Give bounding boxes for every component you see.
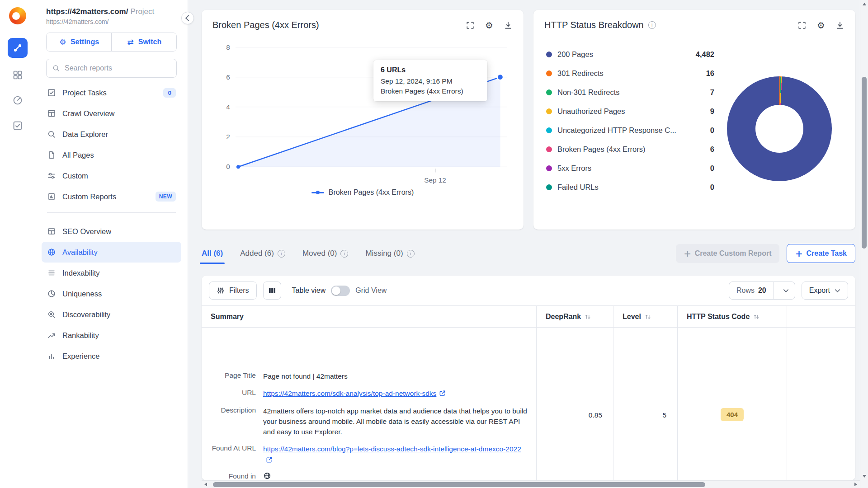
line-chart-area: 02468Sep 12 6 URLs Sep 12, 2024, 9:16 PM… — [202, 35, 524, 202]
app-root: https://42matters.com/Project https://42… — [0, 0, 868, 488]
legend-item-failed-urls[interactable]: Failed URLs0 — [546, 183, 714, 192]
line-chart-legend[interactable]: Broken Pages (4xx Errors) — [212, 188, 513, 202]
legend-label: Failed URLs — [557, 183, 599, 192]
sidebar-item-rankability[interactable]: Rankability — [42, 325, 181, 346]
scroll-up-arrow[interactable] — [863, 3, 866, 5]
sidebar-item-experience[interactable]: Experience — [42, 346, 181, 366]
sidebar-item-data-explorer[interactable]: Data Explorer — [42, 124, 181, 145]
export-button[interactable]: Export — [802, 282, 848, 300]
external-link-icon[interactable] — [439, 390, 446, 397]
expand-icon[interactable] — [797, 21, 807, 30]
project-title-main: https://42matters.com/ — [46, 7, 128, 16]
create-task-button[interactable]: + Create Task — [787, 244, 855, 263]
settings-label: Settings — [71, 38, 99, 46]
legend-dot — [546, 146, 552, 152]
info-icon[interactable]: i — [648, 21, 656, 29]
external-link-icon[interactable] — [266, 456, 273, 463]
new-badge: NEW — [156, 192, 176, 202]
sidebar-item-custom-reports[interactable]: Custom ReportsNEW — [42, 186, 181, 207]
sidebar-item-all-pages[interactable]: All Pages — [42, 145, 181, 165]
switch-arrows-icon: ⇄ — [127, 38, 135, 46]
sidebar-item-custom[interactable]: Custom — [42, 165, 181, 186]
sidebar-item-label: Custom — [62, 172, 88, 180]
vertical-scrollbar[interactable] — [860, 0, 868, 488]
tooltip-value: 6 URLs — [381, 66, 480, 74]
tabs-row: All (6)Added (6)iMoved (0)iMissing (0)i … — [202, 244, 855, 263]
filters-label: Filters — [229, 286, 249, 295]
sidebar-item-availability[interactable]: Availability — [42, 242, 181, 263]
legend-item-200-pages[interactable]: 200 Pages4,482 — [546, 50, 714, 59]
download-icon[interactable] — [504, 21, 513, 30]
project-actions: ⚙ Settings ⇄ Switch — [46, 33, 177, 52]
rail-item-crawler[interactable] — [8, 38, 28, 58]
columns-icon — [268, 286, 277, 295]
field-value-page-title: Page not found | 42matters — [263, 371, 527, 381]
table-row[interactable]: Page TitlePage not found | 42mattersURLh… — [202, 328, 855, 480]
svg-text:2: 2 — [226, 133, 230, 141]
grid-view-label: Grid View — [355, 286, 387, 295]
sidebar-item-discoverability[interactable]: Discoverability — [42, 304, 181, 325]
download-icon[interactable] — [835, 21, 844, 30]
legend-item-5xx-errors[interactable]: 5xx Errors0 — [546, 164, 714, 173]
horizontal-scrollbar-thumb[interactable] — [213, 482, 705, 487]
view-mode-toggle[interactable] — [331, 286, 350, 296]
scroll-right-arrow[interactable] — [854, 483, 857, 486]
tab-added-6[interactable]: Added (6)i — [240, 249, 285, 258]
sidebar-item-indexability[interactable]: Indexability — [42, 263, 181, 283]
sidebar-collapse-button[interactable] — [181, 12, 194, 24]
vertical-scrollbar-thumb[interactable] — [862, 77, 867, 249]
expand-icon[interactable] — [466, 21, 475, 30]
info-icon[interactable]: i — [340, 250, 348, 258]
rail-item-tasks[interactable] — [8, 116, 28, 136]
sidebar-item-label: Crawl Overview — [62, 109, 115, 118]
tab-label: All (6) — [202, 249, 223, 258]
tab-moved-0[interactable]: Moved (0)i — [302, 249, 349, 258]
legend-item-broken-pages-4xx-errors[interactable]: Broken Pages (4xx Errors)6 — [546, 145, 714, 154]
create-custom-report-button[interactable]: + Create Custom Report — [676, 244, 780, 263]
column-header-deeprank[interactable]: DeepRank — [536, 306, 613, 327]
custom-reports-icon — [47, 192, 56, 201]
table-toolbar: Filters Table view Grid View Rows 20 — [202, 276, 855, 305]
legend-label: Non-301 Redirects — [557, 88, 620, 97]
legend-item-unauthorized-pages[interactable]: Unauthorized Pages9 — [546, 107, 714, 116]
rows-value: 20 — [758, 286, 766, 295]
globe-filled-icon — [263, 472, 271, 480]
rail-item-monitor[interactable] — [8, 90, 28, 110]
rows-per-page-select[interactable]: Rows 20 — [729, 282, 795, 300]
tab-all-6[interactable]: All (6) — [202, 249, 223, 258]
gear-icon[interactable]: ⚙ — [485, 21, 494, 30]
sort-icon — [753, 314, 760, 320]
export-label: Export — [809, 286, 830, 295]
horizontal-scrollbar[interactable] — [202, 480, 860, 488]
tab-missing-0[interactable]: Missing (0)i — [365, 249, 414, 258]
legend-dot — [546, 184, 552, 190]
column-header-http-status-code[interactable]: HTTP Status Code — [677, 306, 787, 327]
search-reports-input[interactable] — [65, 64, 171, 72]
url-link[interactable]: https://42matters.com/sdk-analysis/top-a… — [263, 389, 436, 397]
sidebar-item-crawl-overview[interactable]: Crawl Overview — [42, 103, 181, 124]
settings-button[interactable]: ⚙ Settings — [47, 33, 111, 51]
switch-project-button[interactable]: ⇄ Switch — [111, 33, 176, 51]
info-icon[interactable]: i — [407, 250, 415, 258]
filters-button[interactable]: Filters — [209, 282, 257, 300]
sidebar-item-seo-overview[interactable]: SEO Overview — [42, 221, 181, 242]
tab-label: Moved (0) — [302, 249, 337, 258]
url-link[interactable]: https://42matters.com/blog?p=lets-discus… — [263, 445, 521, 453]
gear-icon[interactable]: ⚙ — [816, 21, 826, 30]
search-reports-box[interactable] — [46, 59, 177, 78]
legend-item-uncategorized-http-response-c[interactable]: Uncategorized HTTP Response C...0 — [546, 126, 714, 135]
legend-item-301-redirects[interactable]: 301 Redirects16 — [546, 69, 714, 78]
sidebar-item-uniqueness[interactable]: Uniqueness — [42, 283, 181, 304]
legend-item-non-301-redirects[interactable]: Non-301 Redirects7 — [546, 88, 714, 97]
columns-button[interactable] — [263, 282, 281, 300]
sidebar-item-project-tasks[interactable]: Project Tasks0 — [42, 82, 181, 103]
svg-text:6: 6 — [226, 73, 230, 81]
legend-value: 0 — [710, 126, 714, 135]
app-logo[interactable] — [9, 7, 26, 24]
scroll-down-arrow[interactable] — [863, 475, 866, 478]
globe-icon — [47, 248, 56, 257]
column-header-level[interactable]: Level — [613, 306, 677, 327]
info-icon[interactable]: i — [278, 250, 285, 258]
rail-item-apps[interactable] — [8, 65, 28, 85]
scroll-left-arrow[interactable] — [204, 483, 207, 486]
